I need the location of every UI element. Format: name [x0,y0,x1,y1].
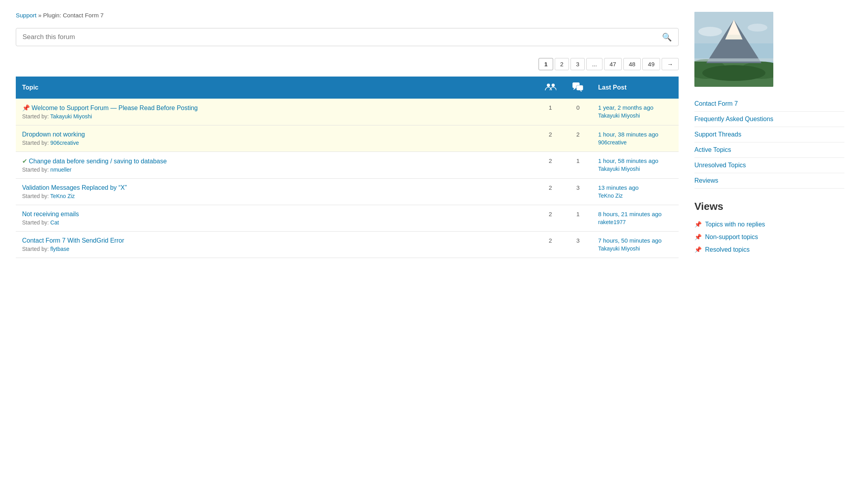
sidebar-image [694,12,773,87]
last-post-cell: 7 hours, 50 minutes agoTakayuki Miyoshi [592,232,679,258]
last-post-author-link[interactable]: TeKno Ziz [598,193,672,199]
svg-rect-3 [576,85,583,90]
topic-author-link[interactable]: TeKno Ziz [50,193,75,199]
check-icon: ✔ [22,158,27,165]
pin-icon: 📌 [694,246,702,253]
view-link-1[interactable]: 📌Non-support topics [694,231,844,243]
voices-count: 2 [537,205,564,232]
breadcrumb-current: Plugin: Contact Form 7 [43,12,103,19]
sidebar-link-2[interactable]: Support Threads [694,127,844,142]
col-header-replies [564,77,592,99]
topic-meta: Started by: 906creative [22,140,530,146]
sidebar-link-1[interactable]: Frequently Asked Questions [694,112,844,127]
last-post-time-link[interactable]: 1 hour, 58 minutes ago [598,157,672,164]
col-header-lastpost: Last Post [592,77,679,99]
main-content: Support » Plugin: Contact Form 7 🔍 1 2 3… [16,12,679,258]
replies-count: 0 [564,99,592,125]
last-post-time-link[interactable]: 8 hours, 21 minutes ago [598,211,672,217]
sidebar-link-3[interactable]: Active Topics [694,142,844,158]
last-post-time-link[interactable]: 13 minutes ago [598,184,672,191]
pin-icon: 📌 [694,234,702,241]
page-btn-next[interactable]: → [662,58,679,70]
pin-icon: 📌 [694,221,702,228]
sidebar-link-5[interactable]: Reviews [694,173,844,189]
topic-title-link[interactable]: Not receiving emails [22,211,530,218]
topic-author-link[interactable]: 906creative [51,140,79,146]
page-btn-1[interactable]: 1 [539,58,553,70]
table-row: Dropdown not workingStarted by: 906creat… [16,125,679,152]
svg-rect-13 [694,58,773,62]
svg-point-15 [748,24,767,32]
last-post-author-link[interactable]: Takayuki Miyoshi [598,166,672,172]
pin-icon: 📌 [22,105,30,111]
page-btn-dots[interactable]: ... [586,58,602,70]
search-input[interactable] [22,33,662,41]
svg-point-1 [552,84,555,87]
last-post-author-link[interactable]: Takayuki Miyoshi [598,245,672,252]
last-post-time-link[interactable]: 1 year, 2 months ago [598,104,672,111]
table-row: Contact Form 7 With SendGrid ErrorStarte… [16,232,679,258]
topic-author-link[interactable]: flytbase [51,246,69,252]
table-row: ✔Change data before sending / saving to … [16,152,679,179]
topic-author-link[interactable]: nmueller [51,166,72,173]
voices-count: 2 [537,152,564,179]
voices-count: 2 [537,232,564,258]
topic-meta: Started by: Cat [22,219,530,226]
breadcrumb-support-link[interactable]: Support [16,12,37,19]
search-icon: 🔍 [662,33,672,41]
views-title: Views [694,200,844,213]
last-post-author-link[interactable]: rakete1977 [598,219,672,225]
voices-count: 2 [537,125,564,152]
last-post-cell: 8 hours, 21 minutes agorakete1977 [592,205,679,232]
topic-meta: Started by: flytbase [22,246,530,252]
col-header-voices [537,77,564,99]
col-header-topic: Topic [16,77,537,99]
topic-author-link[interactable]: Cat [51,219,59,226]
last-post-time-link[interactable]: 7 hours, 50 minutes ago [598,237,672,244]
forum-table: Topic [16,77,679,258]
page-btn-3[interactable]: 3 [571,58,585,70]
svg-point-0 [547,84,550,87]
replies-count: 3 [564,179,592,205]
replies-count: 1 [564,205,592,232]
topic-meta: Started by: TeKno Ziz [22,193,530,199]
search-container: 🔍 [16,28,679,46]
breadcrumb-separator: » [38,12,41,19]
last-post-cell: 1 year, 2 months agoTakayuki Miyoshi [592,99,679,125]
replies-count: 3 [564,232,592,258]
search-button[interactable]: 🔍 [662,32,672,42]
topic-title-link[interactable]: 📌Welcome to Support Forum — Please Read … [22,104,530,112]
topic-title-link[interactable]: Contact Form 7 With SendGrid Error [22,237,530,244]
table-row: Not receiving emailsStarted by: Cat218 h… [16,205,679,232]
table-row: Validation Messages Replaced by “X”Start… [16,179,679,205]
topic-author-link[interactable]: Takayuki Miyoshi [50,113,92,120]
voices-count: 1 [537,99,564,125]
breadcrumb: Support » Plugin: Contact Form 7 [16,12,679,19]
page-btn-2[interactable]: 2 [555,58,569,70]
page-btn-48[interactable]: 48 [623,58,641,70]
last-post-time-link[interactable]: 1 hour, 38 minutes ago [598,131,672,138]
topic-meta: Started by: Takayuki Miyoshi [22,113,530,120]
sidebar-views: Views 📌Topics with no replies📌Non-suppor… [694,200,844,256]
page-btn-49[interactable]: 49 [642,58,660,70]
topic-title-link[interactable]: Validation Messages Replaced by “X” [22,184,530,191]
voices-count: 2 [537,179,564,205]
replies-count: 2 [564,125,592,152]
last-post-author-link[interactable]: Takayuki Miyoshi [598,112,672,119]
voices-icon [544,82,556,91]
svg-point-9 [702,65,765,81]
sidebar: Contact Form 7Frequently Asked Questions… [694,12,844,258]
table-row: 📌Welcome to Support Forum — Please Read … [16,99,679,125]
sidebar-link-4[interactable]: Unresolved Topics [694,158,844,173]
topic-title-link[interactable]: Dropdown not working [22,131,530,138]
pagination: 1 2 3 ... 47 48 49 → [16,58,679,70]
last-post-cell: 1 hour, 38 minutes ago906creative [592,125,679,152]
page-btn-47[interactable]: 47 [604,58,622,70]
view-link-0[interactable]: 📌Topics with no replies [694,218,844,231]
view-link-2[interactable]: 📌Resolved topics [694,243,844,256]
last-post-author-link[interactable]: 906creative [598,139,672,146]
sidebar-link-0[interactable]: Contact Form 7 [694,96,844,112]
sidebar-links: Contact Form 7Frequently Asked Questions… [694,96,844,189]
last-post-cell: 1 hour, 58 minutes agoTakayuki Miyoshi [592,152,679,179]
topic-title-link[interactable]: ✔Change data before sending / saving to … [22,157,530,165]
